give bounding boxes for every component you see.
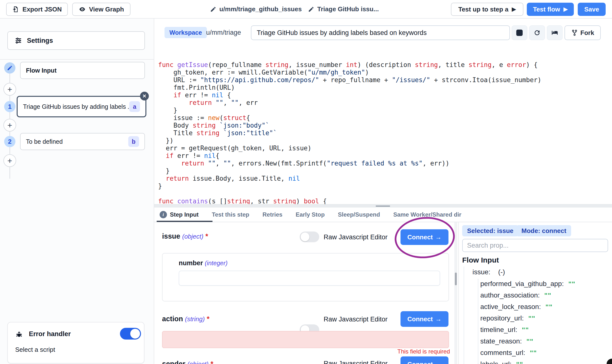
tab-step-input[interactable]: i Step Input (160, 208, 198, 222)
code-editor[interactable]: func getIssue(repo_fullname string, issu… (157, 43, 612, 204)
bug-icon (15, 330, 24, 339)
field-label-issue: issue (object) * (162, 232, 208, 240)
export-icon (12, 6, 19, 13)
save-button[interactable]: Save (578, 3, 606, 16)
empty-string-value: "" (516, 361, 523, 364)
flow-path-breadcrumb[interactable]: u/mm/triage_github_issues (210, 5, 302, 13)
test-flow-button[interactable]: Test flow ▶ (527, 3, 574, 16)
tree-prop-timeline-url[interactable]: timeline_url:"" (480, 326, 529, 334)
field-type: (string) (185, 315, 205, 323)
issue-object-card: number (integer) (162, 253, 449, 301)
settings-button[interactable]: Settings (7, 31, 145, 50)
raw-js-label: Raw Javascript Editor (324, 316, 388, 323)
tree-prop-labels-url[interactable]: labels_url:"" (480, 360, 523, 364)
flow-input-label: Flow Input (26, 67, 139, 74)
tree-prop-author-association[interactable]: author_association:"" (480, 291, 551, 299)
git-fork-icon (571, 29, 578, 36)
field-label-action: action (string) * (162, 315, 209, 323)
connect-button-action[interactable]: Connect → (401, 311, 448, 327)
resize-grip[interactable] (376, 206, 390, 207)
tab-retries[interactable]: Retries (263, 208, 282, 222)
empty-string-value: "" (528, 315, 535, 322)
play-icon: ▶ (512, 6, 516, 13)
tab-early-stop[interactable]: Early Stop (296, 208, 325, 222)
test-up-to-step-button[interactable]: Test up to step a ▶ (451, 3, 523, 16)
error-handler-toggle[interactable] (120, 328, 141, 339)
fork-button[interactable]: Fork (565, 26, 601, 40)
tree-prop-performed-via-github-app[interactable]: performed_via_github_app:"" (480, 280, 575, 288)
remove-step-button[interactable]: ✕ (140, 92, 149, 101)
export-json-button[interactable]: Export JSON (6, 3, 68, 16)
search-prop-input[interactable] (462, 239, 608, 252)
script-path-text: u/mm/triage (206, 29, 241, 36)
flow-input-node[interactable]: Flow Input (20, 62, 145, 79)
flow-summary-input[interactable] (251, 26, 510, 40)
flow-title-breadcrumb[interactable]: Triage GitHub issu... (308, 5, 379, 13)
pencil-icon (7, 65, 13, 71)
tree-prop-repository-url[interactable]: repository_url:"" (480, 314, 535, 322)
plus-icon: + (7, 120, 12, 130)
field-type: (object) (182, 233, 203, 240)
tab-same-worker[interactable]: Same Worker/Shared dir (393, 208, 461, 222)
empty-string-value: "" (544, 292, 551, 299)
tab-sleep-suspend[interactable]: Sleep/Suspend (338, 208, 380, 222)
required-error-text: This field is required (162, 348, 450, 355)
arrow-right-icon: → (435, 315, 442, 323)
selected-badge: Selected: issue (462, 225, 518, 236)
empty-string-value: "" (530, 350, 537, 356)
add-step-button[interactable]: + (3, 83, 16, 96)
field-type: (integer) (205, 260, 228, 266)
add-step-button[interactable]: + (3, 154, 16, 167)
eye-icon (79, 6, 86, 13)
refresh-button[interactable] (529, 26, 545, 40)
scrollbar-thumb[interactable] (455, 273, 457, 285)
tree-prop-active-lock-reason[interactable]: active_lock_reason:"" (480, 303, 552, 311)
step-label: Triage GitHub issues by adding labels ..… (23, 103, 129, 110)
tree-node-value: (-) (498, 268, 505, 276)
bed-icon (551, 29, 559, 37)
connect-button-sender[interactable]: Connect → (401, 356, 448, 364)
tree-prop-comments-url[interactable]: comments_url:"" (480, 349, 537, 357)
required-asterisk: * (205, 232, 208, 240)
step-id-badge: a (129, 101, 140, 112)
add-step-button[interactable]: + (3, 119, 16, 131)
tree-node-issue[interactable]: issue: (-) (473, 268, 505, 276)
step-label: To be defined (26, 138, 128, 145)
connect-button-issue[interactable]: Connect → (401, 229, 448, 245)
arrow-right-icon: → (435, 234, 442, 241)
flow-input-tree-title: Flow Input (462, 256, 499, 264)
field-type: (object) (187, 360, 209, 364)
step-node-b[interactable]: To be defined b (20, 133, 145, 150)
raw-js-toggle-issue[interactable] (300, 232, 319, 242)
view-graph-button[interactable]: View Graph (72, 3, 130, 16)
toggle-knob (130, 329, 140, 338)
save-label: Save (584, 6, 599, 13)
step-number-badge: 1 (4, 101, 15, 112)
refresh-icon (533, 29, 541, 36)
tree-guide-line (464, 267, 464, 364)
stop-button[interactable] (512, 26, 527, 40)
flow-graph-sidebar: Settings Flow Input + ✕ 1 Triage GitHub … (0, 19, 154, 364)
stop-icon (516, 30, 523, 36)
flow-title-text: Triage GitHub issu... (317, 5, 379, 13)
error-handler-label: Error handler (29, 330, 71, 338)
empty-string-value: "" (568, 281, 575, 287)
step-node-a[interactable]: Triage GitHub issues by adding labels ..… (17, 96, 146, 117)
tab-test-this-step[interactable]: Test this step (212, 208, 249, 222)
action-input-invalid[interactable] (162, 331, 449, 348)
empty-string-value: "" (526, 338, 533, 345)
number-input[interactable] (179, 271, 440, 286)
sliders-icon (15, 37, 22, 44)
field-label-sender: sender (object) * (162, 360, 213, 364)
fork-label: Fork (580, 29, 594, 37)
windmill-flow-editor: Export JSON View Graph u/mm/triage_githu… (0, 0, 612, 364)
plus-icon: + (7, 156, 12, 166)
workspace-badge: Workspace (165, 27, 207, 38)
sleep-button[interactable] (547, 26, 563, 40)
raw-js-label: Raw Javascript Editor (324, 234, 388, 241)
toggle-knob (301, 233, 309, 241)
error-handler-card[interactable]: Error handler Select a script (7, 322, 144, 364)
tree-prop-state-reason[interactable]: state_reason:"" (480, 337, 533, 345)
settings-label: Settings (27, 37, 53, 44)
window-corner-artifact (607, 359, 612, 364)
